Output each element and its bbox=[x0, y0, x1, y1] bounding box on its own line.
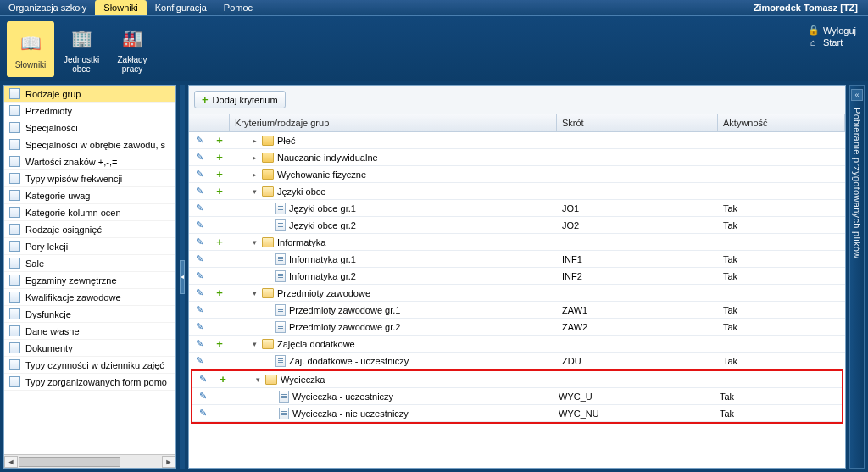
start-link[interactable]: ⌂ Start bbox=[808, 37, 856, 47]
grid-header-short[interactable]: Skrót bbox=[557, 114, 718, 131]
group-row[interactable]: ✎+▾Zajęcia dodatkowe bbox=[189, 336, 845, 353]
edit-icon[interactable]: ✎ bbox=[196, 169, 203, 180]
row-activity: Tak bbox=[718, 322, 845, 332]
row-label: Języki obce gr.1 bbox=[289, 203, 356, 214]
edit-icon[interactable]: ✎ bbox=[196, 186, 203, 197]
sidebar-item[interactable]: Specjalności w obrębie zawodu, s bbox=[4, 136, 175, 153]
ribbon-button[interactable]: 📖Słowniki bbox=[7, 21, 54, 77]
sidebar-item[interactable]: Typy wpisów frekwencji bbox=[4, 170, 175, 187]
add-icon[interactable]: + bbox=[216, 169, 223, 180]
edit-icon[interactable]: ✎ bbox=[196, 321, 203, 332]
grid-header-activity[interactable]: Aktywność bbox=[718, 114, 845, 131]
row-short: ZDU bbox=[557, 356, 718, 366]
sidebar-item[interactable]: Przedmioty bbox=[4, 103, 175, 119]
current-user-label: Zimorodek Tomasz [TZ] bbox=[754, 3, 858, 13]
row-activity: Tak bbox=[718, 254, 845, 264]
item-row[interactable]: ✎Wycieczka - uczestniczyWYC_UTak bbox=[192, 388, 842, 405]
grid-header-criterion[interactable]: Kryterium/rodzaje grup bbox=[230, 114, 557, 131]
edit-icon[interactable]: ✎ bbox=[196, 135, 203, 146]
sidebar-item[interactable]: Sale bbox=[4, 255, 175, 272]
group-row[interactable]: ✎+▾Wycieczka bbox=[192, 371, 842, 388]
sidebar-item[interactable]: Dane własne bbox=[4, 323, 175, 340]
top-tab[interactable]: Organizacja szkoły bbox=[0, 0, 95, 15]
sidebar-item[interactable]: Kategorie kolumn ocen bbox=[4, 204, 175, 221]
sidebar-scrollbar[interactable]: ◄ ► bbox=[4, 454, 175, 468]
folder-icon bbox=[262, 136, 274, 146]
item-row[interactable]: ✎Języki obce gr.2JO2Tak bbox=[189, 217, 845, 234]
chevron-right-icon[interactable]: ▸ bbox=[250, 136, 259, 145]
item-row[interactable]: ✎Przedmioty zawodowe gr.2ZAW2Tak bbox=[189, 319, 845, 336]
add-icon[interactable]: + bbox=[216, 338, 223, 349]
edit-icon[interactable]: ✎ bbox=[196, 203, 203, 214]
item-row[interactable]: ✎Informatyka gr.1INF1Tak bbox=[189, 251, 845, 268]
row-short: ZAW1 bbox=[557, 305, 718, 315]
sidebar-item[interactable]: Kategorie uwag bbox=[4, 187, 175, 204]
sidebar-item[interactable]: Rodzaje osiągnięć bbox=[4, 221, 175, 238]
chevron-down-icon[interactable]: ▾ bbox=[253, 375, 262, 384]
chevron-right-icon[interactable]: ▸ bbox=[250, 153, 259, 162]
chevron-down-icon[interactable]: ▾ bbox=[250, 340, 259, 348]
sidebar-item[interactable]: Typy czynności w dzienniku zajęć bbox=[4, 357, 175, 374]
item-row[interactable]: ✎Wycieczka - nie uczestniczyWYC_NUTak bbox=[192, 405, 842, 422]
group-row[interactable]: ✎+▾Informatyka bbox=[189, 234, 845, 251]
sidebar-item[interactable]: Dysfunkcje bbox=[4, 306, 175, 323]
edit-icon[interactable]: ✎ bbox=[196, 219, 203, 230]
dock-collapse-icon[interactable]: « bbox=[851, 89, 863, 101]
sidebar-item[interactable]: Dokumenty bbox=[4, 340, 175, 357]
edit-icon[interactable]: ✎ bbox=[196, 287, 203, 298]
scroll-right-icon[interactable]: ► bbox=[162, 456, 175, 468]
group-row[interactable]: ✎+▾Przedmioty zawodowe bbox=[189, 285, 845, 302]
item-row[interactable]: ✎Informatyka gr.2INF2Tak bbox=[189, 268, 845, 285]
chevron-down-icon[interactable]: ▾ bbox=[250, 187, 259, 196]
chevron-down-icon[interactable]: ▾ bbox=[250, 238, 259, 247]
add-icon[interactable]: + bbox=[216, 287, 223, 298]
top-tab[interactable]: Pomoc bbox=[215, 0, 261, 15]
chevron-right-icon[interactable]: ▸ bbox=[250, 170, 259, 179]
document-icon bbox=[9, 207, 20, 218]
sidebar-item[interactable]: Specjalności bbox=[4, 119, 175, 136]
sidebar-item[interactable]: Kwalifikacje zawodowe bbox=[4, 289, 175, 306]
scroll-left-icon[interactable]: ◄ bbox=[4, 456, 18, 468]
sidebar-item[interactable]: Wartości znaków +,-,= bbox=[4, 153, 175, 170]
ribbon-button[interactable]: 🏭Zakładypracy bbox=[108, 21, 156, 77]
group-row[interactable]: ✎+▾Języki obce bbox=[189, 183, 845, 200]
ribbon-button[interactable]: 🏢Jednostkiobce bbox=[58, 21, 105, 77]
scroll-thumb[interactable] bbox=[19, 457, 120, 467]
item-row[interactable]: ✎Języki obce gr.1JO1Tak bbox=[189, 200, 845, 217]
document-icon bbox=[9, 376, 20, 387]
item-row[interactable]: ✎Zaj. dodatkowe - uczestniczyZDUTak bbox=[189, 353, 845, 369]
splitter[interactable]: ◂ bbox=[180, 85, 185, 469]
edit-icon[interactable]: ✎ bbox=[196, 152, 203, 163]
edit-icon[interactable]: ✎ bbox=[199, 408, 207, 419]
add-icon[interactable]: + bbox=[216, 135, 223, 146]
edit-icon[interactable]: ✎ bbox=[196, 338, 203, 349]
add-criterion-button[interactable]: + Dodaj kryterium bbox=[194, 91, 286, 108]
sidebar-item[interactable]: Typy zorganizowanych form pomo bbox=[4, 374, 175, 391]
sidebar-item[interactable]: Pory lekcji bbox=[4, 238, 175, 255]
sidebar-item[interactable]: Rodzaje grup bbox=[4, 86, 175, 103]
edit-icon[interactable]: ✎ bbox=[196, 304, 203, 315]
add-icon[interactable]: + bbox=[220, 374, 226, 385]
edit-icon[interactable]: ✎ bbox=[199, 391, 207, 402]
edit-icon[interactable]: ✎ bbox=[196, 270, 203, 281]
add-icon[interactable]: + bbox=[216, 236, 223, 247]
edit-icon[interactable]: ✎ bbox=[196, 236, 203, 247]
item-row[interactable]: ✎Przedmioty zawodowe gr.1ZAW1Tak bbox=[189, 302, 845, 319]
group-row[interactable]: ✎+▸Płeć bbox=[189, 132, 845, 149]
add-icon[interactable]: + bbox=[216, 152, 223, 163]
top-tab[interactable]: Konfiguracja bbox=[147, 0, 215, 15]
logout-link[interactable]: 🔒 Wyloguj bbox=[808, 25, 856, 36]
sidebar-item[interactable]: Egzaminy zewnętrzne bbox=[4, 272, 175, 289]
group-row[interactable]: ✎+▸Nauczanie indywidualne bbox=[189, 149, 845, 166]
group-row[interactable]: ✎+▸Wychowanie fizyczne bbox=[189, 166, 845, 183]
dock-title[interactable]: Pobieranie przygotowanych plików bbox=[852, 108, 862, 258]
row-activity: Tak bbox=[718, 203, 845, 214]
chevron-down-icon[interactable]: ▾ bbox=[250, 289, 259, 297]
top-tab[interactable]: Słowniki bbox=[95, 0, 146, 15]
splitter-handle[interactable]: ◂ bbox=[180, 260, 185, 294]
add-icon[interactable]: + bbox=[216, 186, 223, 197]
edit-icon[interactable]: ✎ bbox=[196, 253, 203, 264]
document-icon bbox=[9, 342, 20, 353]
edit-icon[interactable]: ✎ bbox=[196, 355, 203, 366]
edit-icon[interactable]: ✎ bbox=[199, 374, 207, 385]
